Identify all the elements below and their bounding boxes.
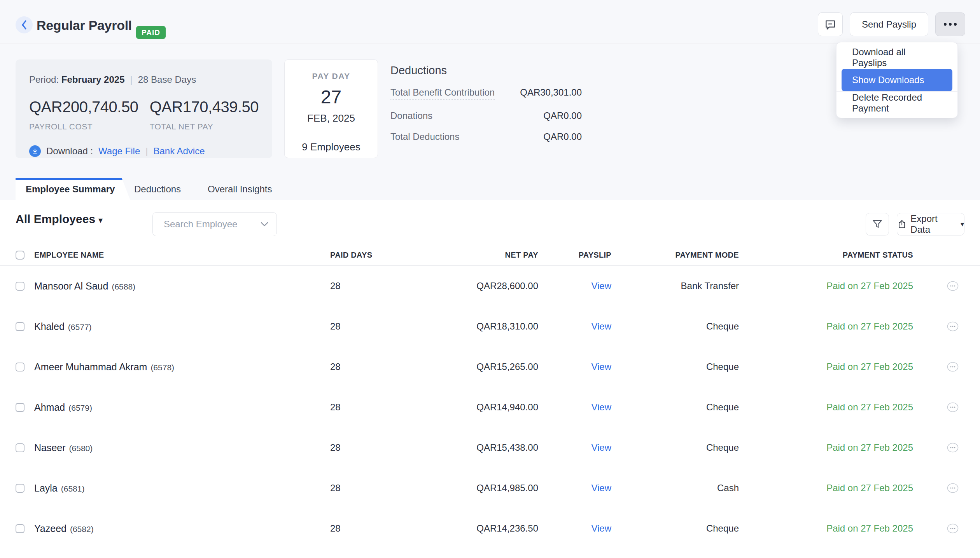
paid-days-cell: 28 xyxy=(321,402,387,413)
tab-deductions[interactable]: Deductions xyxy=(134,178,181,200)
row-actions-cell xyxy=(913,402,964,412)
payment-mode-cell: Cheque xyxy=(611,321,739,332)
deduction-label: Donations xyxy=(390,110,432,121)
row-more-icon[interactable] xyxy=(947,523,959,534)
payday-employee-count: 9 Employees xyxy=(285,141,378,153)
menu-item-delete-recorded-payment[interactable]: Delete Recorded Payment xyxy=(836,91,957,114)
menu-item-download-all-payslips[interactable]: Download all Payslips xyxy=(836,46,957,69)
total-net-pay-label: TOTAL NET PAY xyxy=(150,122,259,131)
employee-id: (6579) xyxy=(68,403,92,412)
back-button[interactable] xyxy=(16,16,33,33)
payment-status-cell: Paid on 27 Feb 2025 xyxy=(739,281,913,291)
paid-days-cell: 28 xyxy=(321,361,387,372)
net-pay-cell: QAR15,265.00 xyxy=(387,361,538,372)
payment-status-cell: Paid on 27 Feb 2025 xyxy=(739,321,913,332)
filter-button[interactable] xyxy=(866,213,889,235)
search-placeholder: Search Employee xyxy=(164,219,260,230)
view-payslip-link[interactable]: View xyxy=(538,483,611,493)
tab-employee-summary[interactable]: Employee Summary xyxy=(16,178,130,200)
row-more-icon[interactable] xyxy=(947,483,959,493)
row-checkbox[interactable] xyxy=(16,322,24,331)
caret-down-icon: ▾ xyxy=(961,220,964,228)
wage-file-link[interactable]: Wage File xyxy=(98,146,140,157)
deductions-title: Deductions xyxy=(390,64,582,77)
page-title: Regular Payroll xyxy=(37,18,132,33)
tab-overall-insights[interactable]: Overall Insights xyxy=(208,178,272,200)
employee-name-cell: Yazeed(6582) xyxy=(24,523,321,534)
net-pay-cell: QAR14,236.50 xyxy=(387,523,538,534)
bank-advice-link[interactable]: Bank Advice xyxy=(153,146,205,157)
deduction-value: QAR0.00 xyxy=(543,131,582,142)
row-more-icon[interactable] xyxy=(947,402,959,412)
employee-id: (6577) xyxy=(68,323,92,331)
payment-mode-cell: Cheque xyxy=(611,523,739,534)
row-actions-cell xyxy=(913,523,964,534)
column-net-pay: NET PAY xyxy=(387,251,538,260)
column-payment-status: PAYMENT STATUS xyxy=(739,251,913,260)
view-payslip-link[interactable]: View xyxy=(538,523,611,534)
download-label: Download : xyxy=(46,146,93,157)
employee-table-body: Mansoor Al Saud(6588) 28 QAR28,600.00 Vi… xyxy=(0,266,980,549)
row-more-icon[interactable] xyxy=(947,321,959,331)
row-more-icon[interactable] xyxy=(947,443,959,453)
top-header-bar: Regular Payroll PAID Send Payslip xyxy=(0,0,980,44)
row-checkbox[interactable] xyxy=(16,282,24,291)
employee-name-cell: Ameer Muhammad Akram(6578) xyxy=(24,361,321,373)
export-data-button[interactable]: Export Data ▾ xyxy=(897,213,964,235)
view-payslip-link[interactable]: View xyxy=(538,402,611,413)
table-row: Ahmad(6579) 28 QAR14,940.00 View Cheque … xyxy=(0,387,980,427)
download-icon xyxy=(29,145,41,157)
period-value: February 2025 xyxy=(61,74,125,85)
employee-id: (6580) xyxy=(69,444,93,453)
divider: | xyxy=(130,74,132,85)
paid-days-cell: 28 xyxy=(321,321,387,332)
comments-button[interactable] xyxy=(818,12,843,36)
comment-icon xyxy=(824,18,836,31)
table-row: Naseer(6580) 28 QAR15,438.00 View Cheque… xyxy=(0,427,980,468)
row-checkbox[interactable] xyxy=(16,403,24,412)
row-checkbox[interactable] xyxy=(16,443,24,452)
payment-mode-cell: Cash xyxy=(611,483,739,493)
view-payslip-link[interactable]: View xyxy=(538,442,611,453)
more-actions-button[interactable] xyxy=(935,12,965,36)
row-more-icon[interactable] xyxy=(947,362,959,372)
employee-name: Mansoor Al Saud xyxy=(34,281,108,291)
menu-item-show-downloads[interactable]: Show Downloads xyxy=(842,69,952,91)
row-checkbox[interactable] xyxy=(16,484,24,493)
net-pay-cell: QAR14,985.00 xyxy=(387,483,538,493)
select-all-checkbox[interactable] xyxy=(16,251,24,260)
divider: | xyxy=(145,146,148,157)
paid-days-cell: 28 xyxy=(321,281,387,291)
payment-mode-cell: Cheque xyxy=(611,402,739,413)
payroll-summary-card: Period: February 2025 | 28 Base Days QAR… xyxy=(16,59,272,158)
row-checkbox[interactable] xyxy=(16,524,24,533)
paid-days-cell: 28 xyxy=(321,483,387,493)
column-payslip: PAYSLIP xyxy=(538,251,611,260)
net-pay-cell: QAR18,310.00 xyxy=(387,321,538,332)
payment-mode-cell: Cheque xyxy=(611,442,739,453)
table-row: Mansoor Al Saud(6588) 28 QAR28,600.00 Vi… xyxy=(0,266,980,306)
search-employee-select[interactable]: Search Employee xyxy=(152,212,277,236)
row-more-icon[interactable] xyxy=(947,281,959,291)
payment-status-cell: Paid on 27 Feb 2025 xyxy=(739,483,913,493)
view-payslip-link[interactable]: View xyxy=(538,321,611,332)
employee-name-cell: Khaled(6577) xyxy=(24,321,321,332)
view-payslip-link[interactable]: View xyxy=(538,281,611,291)
deduction-value: QAR0.00 xyxy=(543,110,582,121)
base-days: 28 Base Days xyxy=(138,74,196,85)
deduction-label[interactable]: Total Benefit Contribution xyxy=(390,87,495,100)
employee-name: Ameer Muhammad Akram xyxy=(34,361,147,372)
employee-name: Khaled xyxy=(34,321,65,332)
employee-filter-dropdown[interactable]: All Employees▾ xyxy=(16,213,103,226)
more-actions-menu: Download all PayslipsShow DownloadsDelet… xyxy=(836,42,958,118)
table-header: EMPLOYEE NAME PAID DAYS NET PAY PAYSLIP … xyxy=(0,245,980,266)
payment-status-cell: Paid on 27 Feb 2025 xyxy=(739,442,913,453)
row-checkbox[interactable] xyxy=(16,363,24,371)
send-payslip-button[interactable]: Send Payslip xyxy=(850,12,928,36)
deduction-row: DonationsQAR0.00 xyxy=(390,110,582,121)
total-net-pay-value: QAR170,439.50 xyxy=(150,98,259,116)
view-payslip-link[interactable]: View xyxy=(538,361,611,372)
export-data-label: Export Data xyxy=(910,213,957,235)
payday-label: PAY DAY xyxy=(285,71,378,81)
chevron-left-icon xyxy=(21,20,28,30)
